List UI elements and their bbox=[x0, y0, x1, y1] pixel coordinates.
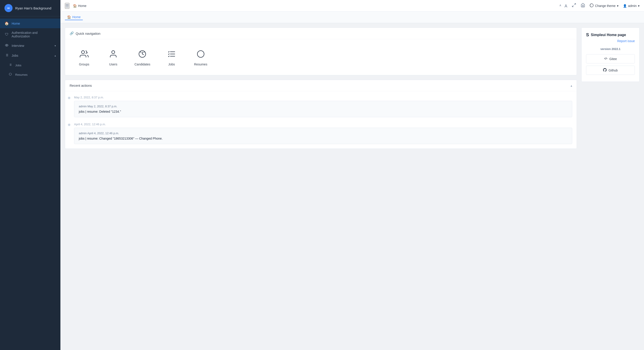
timeline-date-1: May 2, 2022, 8:37 p.m. bbox=[74, 96, 572, 99]
resumes-nav-icon bbox=[195, 48, 206, 60]
sidebar-item-interview-label: Interview bbox=[12, 44, 24, 48]
breadcrumb-home[interactable]: 🏠 Home bbox=[65, 14, 83, 20]
logo-icon: ∞ bbox=[4, 4, 12, 12]
widget-title: S Simpleui Home page bbox=[586, 32, 635, 37]
header-home-link[interactable]: 🏠 Home bbox=[73, 4, 86, 8]
gitee-button[interactable]: Gitee bbox=[586, 54, 635, 63]
gitee-label: Gitee bbox=[609, 57, 617, 61]
quick-navigation-title: Quick navigation bbox=[76, 32, 100, 35]
svg-point-0 bbox=[6, 45, 7, 46]
quick-nav-users[interactable]: Users bbox=[99, 44, 128, 71]
version-value: 2022.1 bbox=[612, 47, 620, 51]
groups-icon bbox=[78, 48, 90, 60]
quick-nav-groups[interactable]: Groups bbox=[70, 44, 99, 71]
chevron-up-icon: ▴ bbox=[54, 54, 56, 57]
header-actions: A A Change theme ▾ 👤 admin ▾ bbox=[559, 3, 640, 9]
chevron-down-icon: ▾ bbox=[54, 44, 56, 47]
groups-label: Groups bbox=[79, 63, 89, 66]
report-issue-link[interactable]: Report issue bbox=[586, 39, 635, 43]
recent-actions-header: Recent actions ▴ bbox=[65, 80, 577, 91]
fullscreen-button[interactable] bbox=[572, 3, 576, 9]
resumes-label: Resumes bbox=[194, 63, 207, 66]
users-icon bbox=[108, 48, 119, 60]
sidebar: ∞ Ryan Han's Background 🏠 Home 🛡 Authent… bbox=[0, 0, 60, 350]
github-label: Github bbox=[608, 69, 618, 72]
timeline-user-2: admin April 4, 2022, 12:46 p.m. bbox=[79, 131, 568, 135]
breadcrumb-home-icon: 🏠 bbox=[67, 15, 71, 19]
sidebar-item-jobs-sub-label: Jobs bbox=[15, 64, 21, 67]
quick-nav-resumes[interactable]: Resumes bbox=[186, 44, 215, 71]
breadcrumb-bar: 🏠 Home bbox=[60, 12, 644, 23]
eye-icon bbox=[4, 44, 9, 48]
theme-icon bbox=[590, 3, 594, 8]
font-size-button[interactable]: A A bbox=[559, 3, 567, 9]
sidebar-item-home-label: Home bbox=[12, 22, 20, 25]
timeline-dot bbox=[68, 97, 70, 99]
admin-icon: 👤 bbox=[623, 4, 627, 8]
quick-navigation-card: 🔗 Quick navigation bbox=[65, 28, 577, 75]
version-label: version bbox=[600, 47, 611, 51]
timeline-content-1: admin May 2, 2022, 8:37 p.m. jobs | resu… bbox=[74, 101, 572, 117]
timeline-dot bbox=[68, 123, 70, 126]
timeline-item: May 2, 2022, 8:37 p.m. admin May 2, 2022… bbox=[74, 96, 572, 117]
users-label: Users bbox=[109, 63, 118, 66]
main-content: 🔗 Quick navigation bbox=[65, 28, 577, 149]
sidebar-item-home[interactable]: 🏠 Home bbox=[0, 19, 60, 28]
admin-button[interactable]: 👤 admin ▾ bbox=[623, 4, 640, 8]
change-theme-button[interactable]: Change theme ▾ bbox=[590, 3, 618, 8]
header-home-label: Home bbox=[78, 4, 86, 8]
timeline: May 2, 2022, 8:37 p.m. admin May 2, 2022… bbox=[65, 91, 577, 148]
sidebar-item-resumes-sub[interactable]: Resumes bbox=[0, 70, 60, 79]
sidebar-item-jobs-sub[interactable]: Jobs bbox=[0, 61, 60, 70]
quick-nav-jobs[interactable]: Jobs bbox=[157, 44, 186, 71]
jobs-sub-icon bbox=[8, 63, 12, 67]
svg-line-15 bbox=[574, 4, 576, 5]
svg-line-16 bbox=[572, 6, 574, 7]
simpleui-icon: S bbox=[586, 32, 589, 37]
sidebar-item-resumes-label: Resumes bbox=[15, 73, 28, 76]
link-icon: 🔗 bbox=[70, 31, 74, 35]
timeline-user-1: admin May 2, 2022, 8:37 p.m. bbox=[79, 105, 568, 108]
breadcrumb-home-label: Home bbox=[72, 15, 80, 19]
header-home-icon: 🏠 bbox=[73, 4, 77, 8]
list-icon bbox=[4, 53, 9, 58]
quick-navigation-header: 🔗 Quick navigation bbox=[65, 28, 577, 39]
candidates-icon bbox=[136, 48, 148, 60]
quick-navigation-grid: Groups Users bbox=[65, 39, 577, 75]
timeline-action-1: jobs | resume: Deleted "1234." bbox=[79, 110, 568, 113]
widget-title-label: Simpleui Home page bbox=[591, 33, 626, 37]
shield-icon: 🛡 bbox=[4, 33, 9, 37]
github-icon bbox=[603, 68, 607, 72]
candidates-label: Candidates bbox=[134, 63, 150, 66]
collapse-icon[interactable]: ▴ bbox=[570, 84, 572, 87]
resumes-icon bbox=[8, 73, 12, 77]
home-button[interactable] bbox=[581, 3, 585, 9]
quick-nav-candidates[interactable]: Candidates bbox=[128, 44, 157, 71]
gitee-icon bbox=[604, 57, 608, 61]
sidebar-item-auth[interactable]: 🛡 Authentication and Authorization bbox=[0, 28, 60, 41]
sidebar-item-jobs-label: Jobs bbox=[12, 54, 18, 57]
logo-text: Ryan Han's Background bbox=[15, 6, 51, 10]
content-area: 🔗 Quick navigation bbox=[60, 23, 644, 350]
timeline-item: April 4, 2022, 12:46 p.m. admin April 4,… bbox=[74, 123, 572, 144]
sidebar-item-interview[interactable]: Interview ▾ bbox=[0, 41, 60, 51]
svg-point-20 bbox=[112, 51, 114, 54]
version-text: version 2022.1 bbox=[586, 47, 635, 51]
github-button[interactable]: Github bbox=[586, 66, 635, 75]
jobs-label: Jobs bbox=[168, 63, 175, 66]
menu-button[interactable]: ☰ bbox=[65, 3, 69, 9]
top-header: ☰ 🏠 Home A A Change theme ▾ bbox=[60, 0, 644, 12]
admin-chevron: ▾ bbox=[638, 4, 640, 8]
timeline-content-2: admin April 4, 2022, 12:46 p.m. jobs | r… bbox=[74, 128, 572, 144]
sidebar-widget: S Simpleui Home page Report issue versio… bbox=[581, 28, 640, 82]
sidebar-logo: ∞ Ryan Han's Background bbox=[0, 0, 60, 16]
svg-point-13 bbox=[9, 73, 12, 76]
jobs-icon bbox=[166, 48, 178, 60]
svg-point-18 bbox=[82, 51, 84, 54]
svg-line-27 bbox=[606, 57, 606, 60]
admin-label: admin bbox=[628, 4, 636, 8]
timeline-date-2: April 4, 2022, 12:46 p.m. bbox=[74, 123, 572, 126]
sidebar-nav: 🏠 Home 🛡 Authentication and Authorizatio… bbox=[0, 16, 60, 82]
svg-point-26 bbox=[197, 51, 204, 57]
sidebar-item-jobs[interactable]: Jobs ▴ bbox=[0, 51, 60, 61]
